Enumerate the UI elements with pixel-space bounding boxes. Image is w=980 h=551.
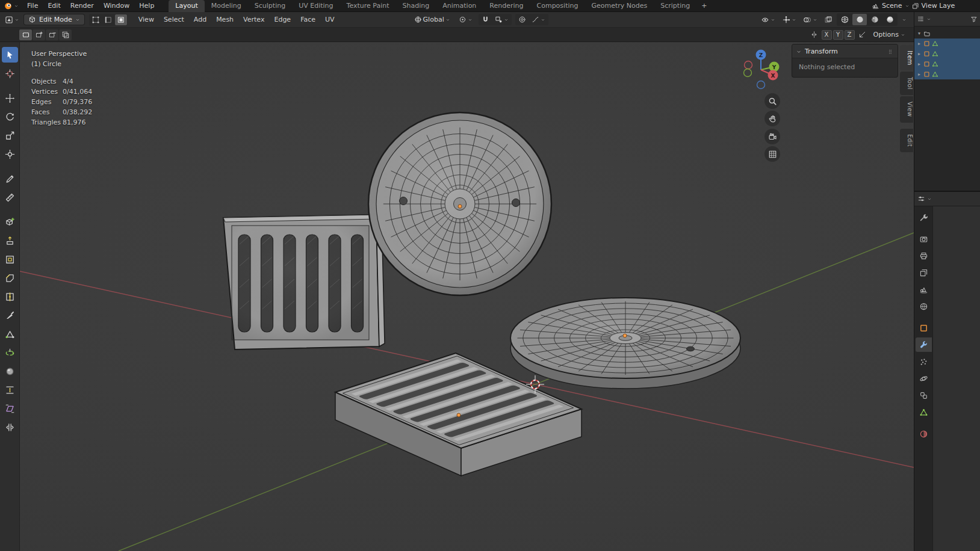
disclosure-icon[interactable]: ▾	[917, 31, 922, 36]
properties-tab-constraints[interactable]	[916, 388, 932, 402]
viewport-menu-mesh[interactable]: Mesh	[211, 14, 238, 26]
properties-tab-output[interactable]	[916, 248, 932, 263]
transform-orientation-dropdown[interactable]: Global	[412, 14, 453, 25]
tool-shear[interactable]	[2, 401, 18, 416]
properties-tab-particles[interactable]	[916, 354, 932, 369]
mirror-y-toggle[interactable]: Y	[833, 30, 843, 40]
options-dropdown[interactable]: Options	[870, 29, 909, 40]
properties-content[interactable]	[932, 206, 980, 551]
tool-spin[interactable]	[2, 345, 18, 360]
tool-knife[interactable]	[2, 307, 18, 323]
viewport-canvas[interactable]: User Perspective (1) Circle Objects4/4Ve…	[20, 42, 914, 551]
xray-toggle[interactable]	[822, 14, 835, 25]
viewport-pan-hand-button[interactable]	[764, 111, 780, 126]
sidebar-tab-item[interactable]: Item	[900, 45, 913, 70]
tool-edge-slide[interactable]	[2, 382, 18, 398]
pivot-point-dropdown[interactable]	[456, 14, 475, 25]
gizmos-dropdown[interactable]	[780, 14, 799, 25]
properties-tab-scene[interactable]	[916, 282, 932, 297]
select-mode-edge[interactable]	[102, 14, 114, 25]
properties-tab-world[interactable]	[916, 299, 932, 313]
tool-scale[interactable]	[2, 128, 18, 143]
snap-settings-dropdown[interactable]	[492, 14, 511, 25]
properties-tab-modifiers[interactable]	[916, 337, 932, 352]
selectmode-intersect[interactable]	[59, 29, 72, 40]
tool-inset-faces[interactable]	[2, 251, 18, 267]
mirror-x-toggle[interactable]: X	[822, 30, 832, 40]
viewport-menu-view[interactable]: View	[134, 14, 159, 26]
proportional-falloff-dropdown[interactable]	[529, 14, 548, 25]
tool-extrude-region[interactable]	[2, 233, 18, 248]
shading-rendered[interactable]	[882, 14, 897, 25]
scene-selector[interactable]: Scene	[882, 2, 902, 10]
viewport-zoom-button[interactable]	[764, 93, 780, 109]
viewport-menu-edge[interactable]: Edge	[269, 14, 296, 26]
viewport-menu-select[interactable]: Select	[159, 14, 189, 26]
mirror-z-toggle[interactable]: Z	[845, 30, 855, 40]
tool-rotate[interactable]	[2, 109, 18, 125]
workspace-tab-modeling[interactable]: Modeling	[205, 0, 248, 12]
viewport-camera-view-button[interactable]	[764, 129, 780, 144]
workspace-tab-scripting[interactable]: Scripting	[654, 0, 696, 12]
properties-tab-object[interactable]	[916, 321, 932, 335]
shading-wireframe[interactable]	[837, 14, 852, 25]
workspace-tab-shading[interactable]: Shading	[396, 0, 436, 12]
sidebar-tab-view[interactable]: View	[900, 96, 913, 122]
menu-file[interactable]: File	[22, 0, 43, 12]
tool-annotate[interactable]	[2, 171, 18, 186]
selectmode-new[interactable]	[19, 29, 32, 40]
tool-move[interactable]	[2, 90, 18, 106]
outliner-row[interactable]: ▸	[914, 69, 980, 79]
view-layer-selector[interactable]: View Layer	[912, 2, 955, 10]
workspace-tab-rendering[interactable]: Rendering	[483, 0, 530, 12]
menu-window[interactable]: Window	[99, 0, 134, 12]
transform-panel-header[interactable]: Transform	[792, 45, 898, 58]
snap-toggle[interactable]	[479, 14, 492, 25]
properties-tab-view-layer[interactable]	[916, 265, 932, 280]
viewport-menu-face[interactable]: Face	[296, 14, 320, 26]
editor-type-button[interactable]	[2, 14, 22, 25]
viewport-menu-vertex[interactable]: Vertex	[238, 14, 269, 26]
properties-tab-material[interactable]	[916, 426, 932, 441]
disclosure-icon[interactable]: ▸	[917, 72, 922, 77]
outliner-row[interactable]: ▸	[914, 38, 980, 49]
properties-tab-data[interactable]	[916, 405, 932, 419]
outliner-row[interactable]: ▸	[914, 49, 980, 59]
disclosure-icon[interactable]: ▸	[917, 61, 922, 67]
menu-help[interactable]: Help	[134, 0, 159, 12]
axis-neg-y[interactable]	[744, 69, 752, 77]
properties-editor-button[interactable]	[917, 195, 925, 203]
viewport-menu-uv[interactable]: UV	[320, 14, 340, 26]
disclosure-icon[interactable]: ▸	[917, 51, 922, 57]
axis-neg-x[interactable]	[745, 61, 752, 69]
properties-tab-render[interactable]	[916, 232, 932, 246]
workspace-tab-compositing[interactable]: Compositing	[530, 0, 585, 12]
viewport-menu-add[interactable]: Add	[189, 14, 211, 26]
menu-edit[interactable]: Edit	[43, 0, 65, 12]
select-mode-face[interactable]	[115, 14, 127, 25]
properties-tab-physics[interactable]	[916, 371, 932, 386]
workspace-tab-layout[interactable]: Layout	[169, 0, 204, 12]
workspace-tab-uv-editing[interactable]: UV Editing	[292, 0, 340, 12]
tool-transform[interactable]	[2, 146, 18, 162]
outliner-filter-button[interactable]	[970, 15, 978, 23]
menu-render[interactable]: Render	[66, 0, 99, 12]
proportional-editing-toggle[interactable]	[516, 14, 529, 25]
workspace-tab-geometry-nodes[interactable]: Geometry Nodes	[585, 0, 654, 12]
disclosure-icon[interactable]: ▸	[917, 41, 922, 46]
axis-neg-z[interactable]	[757, 81, 765, 89]
outliner-editor-button[interactable]	[917, 15, 925, 23]
tool-loop-cut[interactable]	[2, 289, 18, 304]
viewport-grid-ortho-button[interactable]	[764, 146, 780, 162]
mode-select-dropdown[interactable]: Edit Mode	[24, 14, 84, 25]
object-visibility-dropdown[interactable]	[758, 14, 778, 25]
shading-material[interactable]	[867, 14, 882, 25]
outliner-row[interactable]: ▸	[914, 59, 980, 69]
sidebar-tab-edit[interactable]: Edit	[900, 129, 913, 152]
tool-measure[interactable]	[2, 189, 18, 205]
tool-tweak-select[interactable]	[2, 47, 18, 63]
workspace-tab-animation[interactable]: Animation	[436, 0, 483, 12]
add-workspace-button[interactable]: +	[696, 2, 712, 10]
shading-settings-dropdown[interactable]	[899, 14, 909, 25]
tool-cursor[interactable]	[2, 66, 18, 81]
